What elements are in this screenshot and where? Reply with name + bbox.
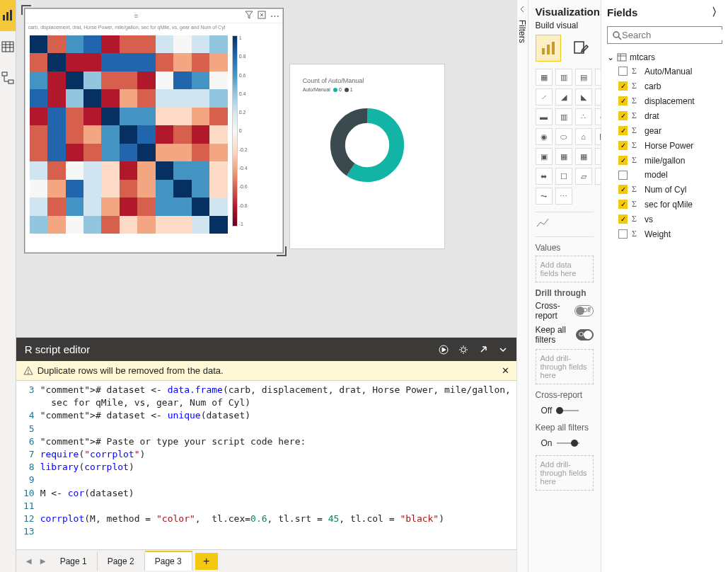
- field-num-of-cyl[interactable]: ✓ΣNum of Cyl: [618, 182, 722, 197]
- keep-filters-slider[interactable]: On: [541, 438, 594, 448]
- checkbox[interactable]: ✓: [618, 156, 628, 165]
- page-tab-3[interactable]: Page 3: [145, 551, 192, 571]
- viz-type-32[interactable]: ▱: [575, 168, 592, 185]
- expand-filters-icon[interactable]: [517, 4, 527, 14]
- more-options-icon[interactable]: ⋯: [270, 11, 279, 21]
- field-carb[interactable]: ✓Σcarb: [618, 79, 722, 93]
- checkbox[interactable]: ✓: [618, 200, 628, 209]
- viz-type-26[interactable]: ▦: [575, 148, 592, 165]
- warning-text: Duplicate rows will be removed from the …: [37, 365, 224, 376]
- collapse-fields-icon[interactable]: 〉: [712, 6, 722, 19]
- viz-type-31[interactable]: ☐: [555, 168, 572, 185]
- drag-handle-icon[interactable]: ≡: [28, 12, 245, 20]
- viz-type-33[interactable]: ▥: [595, 168, 601, 185]
- viz-type-36[interactable]: ⤳: [536, 188, 553, 205]
- svg-rect-2: [10, 10, 12, 21]
- viz-type-37[interactable]: ⋯: [555, 188, 572, 205]
- viz-type-12[interactable]: ▬: [536, 108, 553, 125]
- model-view-tab[interactable]: [0, 62, 16, 93]
- collapse-icon[interactable]: [498, 345, 508, 355]
- viz-type-19[interactable]: ⬭: [555, 128, 572, 145]
- sigma-icon: Σ: [632, 184, 640, 195]
- field-drat[interactable]: ✓Σdrat: [618, 108, 722, 123]
- checkbox[interactable]: ✓: [618, 126, 628, 135]
- cross-report-toggle[interactable]: OffOn: [574, 305, 594, 316]
- viz-type-20[interactable]: ⌂: [575, 128, 592, 145]
- table-mtcars[interactable]: ⌄ mtcars: [607, 51, 722, 64]
- field-sec-for-qmile[interactable]: ✓Σsec for qMile: [618, 197, 722, 212]
- viz-type-9[interactable]: ▲: [595, 88, 601, 105]
- next-page-icon[interactable]: ►: [36, 556, 50, 566]
- filters-label[interactable]: Filters: [517, 20, 527, 43]
- field-model[interactable]: model: [618, 168, 722, 182]
- sigma-icon: Σ: [632, 155, 640, 166]
- data-view-tab[interactable]: [0, 31, 16, 62]
- field-weight[interactable]: ΣWeight: [618, 227, 722, 241]
- field-label: Weight: [645, 229, 671, 239]
- checkbox[interactable]: ✓: [618, 96, 628, 105]
- sigma-icon: Σ: [632, 66, 640, 76]
- field-vs[interactable]: ✓Σvs: [618, 212, 722, 227]
- checkbox[interactable]: ✓: [618, 214, 628, 224]
- report-view-tab[interactable]: [0, 0, 16, 31]
- viz-type-0[interactable]: ▦: [536, 69, 553, 86]
- field-horse-power[interactable]: ✓ΣHorse Power: [618, 138, 722, 153]
- visual-subtitle: carb, displacement, drat, Horse Power, m…: [25, 23, 282, 31]
- drillthrough-well-2[interactable]: Add drill-through fields here: [536, 455, 594, 491]
- viz-type-3[interactable]: ⫽: [595, 69, 601, 86]
- viz-type-6[interactable]: ⟋: [536, 88, 553, 105]
- viz-type-30[interactable]: ⬌: [536, 168, 553, 185]
- viz-type-13[interactable]: ▥: [555, 108, 572, 125]
- checkbox[interactable]: [618, 67, 628, 76]
- donut-visual[interactable]: Count of Auto/Manual Auto/Manual 0 1: [289, 64, 445, 249]
- viz-panel-title: Visualizations: [536, 6, 601, 18]
- viz-type-2[interactable]: ▤: [575, 69, 592, 86]
- drillthrough-well[interactable]: Add drill-through fields here: [536, 349, 594, 384]
- checkbox[interactable]: ✓: [618, 81, 628, 91]
- popout-icon[interactable]: [478, 345, 488, 355]
- viz-type-14[interactable]: ∴: [575, 108, 592, 125]
- cross-report-label-2: Cross-report: [536, 390, 594, 400]
- checkbox[interactable]: ✓: [618, 111, 628, 120]
- field-mile-gallon[interactable]: ✓Σmile/gallon: [618, 153, 722, 168]
- viz-type-21[interactable]: ⛿: [595, 128, 601, 145]
- search-icon: [612, 30, 622, 40]
- viz-type-18[interactable]: ◉: [536, 128, 553, 145]
- values-well[interactable]: Add data fields here: [536, 256, 594, 282]
- checkbox[interactable]: [618, 229, 628, 239]
- prev-page-icon[interactable]: ◄: [22, 556, 36, 566]
- viz-type-24[interactable]: ▣: [536, 148, 553, 165]
- checkbox[interactable]: ✓: [618, 185, 628, 194]
- viz-type-15[interactable]: ◔: [595, 108, 601, 125]
- checkbox[interactable]: ✓: [618, 141, 628, 150]
- filter-icon[interactable]: [245, 11, 253, 21]
- r-code-area[interactable]: 3"comment"># dataset <- data.frame(carb,…: [16, 381, 516, 549]
- viz-type-7[interactable]: ◢: [555, 88, 572, 105]
- field-gear[interactable]: ✓Σgear: [618, 123, 722, 138]
- checkbox[interactable]: [618, 171, 628, 180]
- format-visual-tab[interactable]: [568, 35, 594, 62]
- build-visual-tab[interactable]: [536, 35, 561, 62]
- run-script-icon[interactable]: [439, 345, 449, 355]
- page-tab-1[interactable]: Page 1: [50, 552, 98, 571]
- viz-type-1[interactable]: ▥: [555, 69, 572, 86]
- r-visual[interactable]: ≡ ⋯ carb, displacement, drat, Horse Powe…: [25, 8, 283, 253]
- keep-filters-toggle[interactable]: OffOn: [576, 329, 594, 341]
- viz-type-8[interactable]: ◣: [575, 88, 592, 105]
- field-label: displacement: [645, 96, 695, 106]
- visualizations-panel: Visualizations » Build visual ▦▥▤⫽☰▯⟋◢◣▲…: [528, 0, 601, 572]
- script-options-icon[interactable]: [458, 345, 468, 355]
- viz-type-25[interactable]: ▦: [555, 148, 572, 165]
- close-warning-icon[interactable]: ✕: [502, 365, 509, 376]
- field-displacement[interactable]: ✓Σdisplacement: [618, 93, 722, 108]
- focus-mode-icon[interactable]: [258, 11, 266, 21]
- page-tab-2[interactable]: Page 2: [98, 552, 145, 571]
- add-page-button[interactable]: +: [195, 553, 218, 570]
- viz-type-27[interactable]: R: [595, 148, 601, 165]
- table-icon: [617, 52, 627, 62]
- left-rail: [0, 0, 16, 572]
- search-input[interactable]: [622, 30, 728, 40]
- field-auto-manual[interactable]: ΣAuto/Manual: [618, 64, 722, 79]
- r-editor-title: R script editor: [25, 343, 91, 355]
- cross-report-slider[interactable]: Off: [541, 406, 594, 416]
